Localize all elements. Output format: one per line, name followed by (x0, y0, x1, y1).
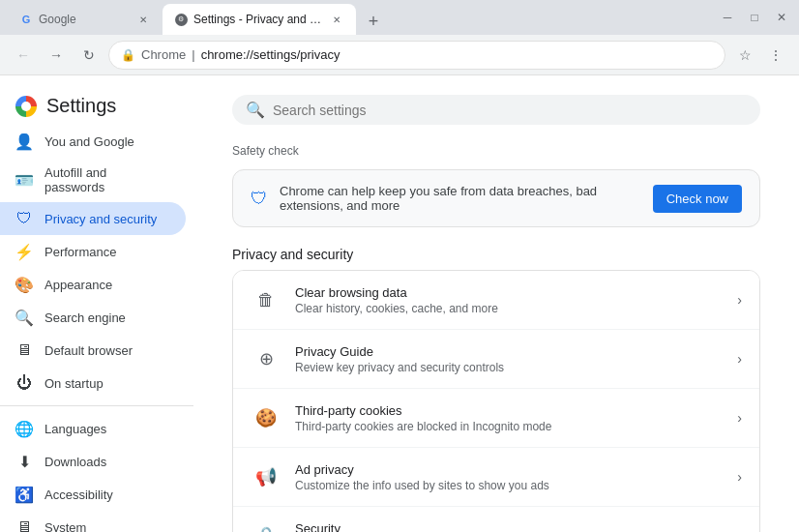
address-separator: | (192, 47, 194, 62)
clear-browsing-desc: Clear history, cookies, cache, and more (295, 302, 724, 315)
window-controls: ─ □ ✕ (718, 8, 791, 27)
new-tab-button[interactable]: + (360, 8, 387, 35)
privacy-guide-arrow: › (737, 351, 742, 367)
toolbar-right: ☆ ⋮ (731, 42, 789, 69)
address-prefix: Chrome (141, 47, 186, 62)
safety-check-icon: 🛡 (251, 189, 268, 209)
cookies-arrow: › (737, 410, 742, 426)
performance-icon: ⚡ (15, 243, 33, 260)
settings-item-clear-browsing[interactable]: 🗑 Clear browsing data Clear history, coo… (233, 271, 759, 330)
settings-title: Settings (46, 95, 116, 117)
chrome-logo (15, 96, 37, 117)
sidebar-label-on-startup: On startup (44, 376, 104, 391)
clear-browsing-text: Clear browsing data Clear history, cooki… (295, 285, 724, 315)
main-layout: Settings 👤 You and Google 🪪 Autofill and… (0, 75, 799, 532)
security-arrow: › (737, 528, 742, 532)
sidebar-item-default-browser[interactable]: 🖥 Default browser (0, 334, 186, 367)
address-text: chrome://settings/privacy (201, 47, 713, 62)
sidebar-label-performance: Performance (44, 245, 116, 259)
autofill-icon: 🪪 (15, 171, 33, 189)
ad-privacy-text: Ad privacy Customize the info used by si… (295, 462, 724, 492)
ad-privacy-title: Ad privacy (295, 462, 724, 477)
sidebar-label-privacy: Privacy and security (44, 212, 157, 226)
settings-tab-title: Settings - Privacy and security (193, 13, 323, 26)
cookies-desc: Third-party cookies are blocked in Incog… (295, 420, 724, 433)
settings-tab[interactable]: ⚙ Settings - Privacy and security ✕ (163, 4, 356, 35)
address-bar[interactable]: 🔒 Chrome | chrome://settings/privacy (108, 41, 725, 70)
google-tab-close[interactable]: ✕ (135, 12, 151, 27)
sidebar-label-appearance: Appearance (44, 278, 112, 292)
google-tab-title: Google (39, 13, 130, 26)
sidebar-item-privacy[interactable]: 🛡 Privacy and security (0, 202, 186, 235)
address-lock-icon: 🔒 (121, 48, 135, 62)
sidebar-item-downloads[interactable]: ⬇ Downloads (0, 445, 186, 478)
privacy-settings-list: 🗑 Clear browsing data Clear history, coo… (232, 270, 760, 532)
sidebar-label-search-engine: Search engine (44, 310, 126, 325)
downloads-icon: ⬇ (15, 453, 33, 470)
security-title: Security (295, 521, 724, 533)
forward-button[interactable]: → (43, 42, 70, 69)
search-input[interactable] (273, 103, 747, 118)
on-startup-icon: ⏻ (15, 374, 33, 392)
sidebar-item-accessibility[interactable]: ♿ Accessibility (0, 478, 186, 511)
minimize-button[interactable]: ─ (718, 8, 737, 27)
security-text: Security Safe Browsing (protection from … (295, 521, 724, 533)
search-engine-icon: 🔍 (15, 309, 33, 326)
browser-menu-button[interactable]: ⋮ (762, 42, 789, 69)
accessibility-icon: ♿ (15, 486, 33, 503)
system-icon: 🖥 (15, 518, 33, 532)
safety-check-card: 🛡 Chrome can help keep you safe from dat… (232, 169, 760, 227)
appearance-icon: 🎨 (15, 276, 33, 293)
clear-browsing-title: Clear browsing data (295, 285, 724, 300)
sidebar-item-performance[interactable]: ⚡ Performance (0, 235, 186, 268)
sidebar-item-search-engine[interactable]: 🔍 Search engine (0, 301, 186, 334)
sidebar-item-autofill[interactable]: 🪪 Autofill and passwords (0, 158, 186, 202)
privacy-guide-text: Privacy Guide Review key privacy and sec… (295, 344, 724, 374)
sidebar-item-on-startup[interactable]: ⏻ On startup (0, 367, 186, 399)
content-area: 🔍 Safety check 🛡 Chrome can help keep yo… (193, 75, 799, 532)
privacy-icon: 🛡 (15, 210, 33, 227)
sidebar-header: Settings (0, 83, 193, 125)
settings-tab-close[interactable]: ✕ (329, 12, 344, 27)
bookmark-button[interactable]: ☆ (731, 42, 758, 69)
safety-check-description: Chrome can help keep you safe from data … (280, 184, 641, 213)
default-browser-icon: 🖥 (15, 341, 33, 359)
google-tab[interactable]: G Google ✕ (8, 4, 163, 35)
google-favicon: G (19, 13, 33, 26)
you-and-google-icon: 👤 (15, 133, 33, 150)
sidebar-item-you-and-google[interactable]: 👤 You and Google (0, 125, 186, 158)
cookies-icon: 🍪 (251, 402, 281, 433)
sidebar-label-downloads: Downloads (44, 455, 106, 469)
toolbar: ← → ↻ 🔒 Chrome | chrome://settings/priva… (0, 35, 799, 75)
back-button[interactable]: ← (10, 42, 37, 69)
close-window-button[interactable]: ✕ (772, 8, 791, 27)
settings-item-third-party-cookies[interactable]: 🍪 Third-party cookies Third-party cookie… (233, 389, 759, 448)
sidebar-label-languages: Languages (44, 422, 106, 436)
sidebar-label-system: System (44, 520, 86, 533)
settings-item-security[interactable]: 🔒 Security Safe Browsing (protection fro… (233, 507, 759, 532)
tab-group: G Google ✕ ⚙ Settings - Privacy and secu… (8, 0, 718, 35)
cookies-text: Third-party cookies Third-party cookies … (295, 403, 724, 433)
settings-item-ad-privacy[interactable]: 📢 Ad privacy Customize the info used by … (233, 448, 759, 507)
sidebar-label-you-and-google: You and Google (44, 134, 134, 149)
privacy-guide-desc: Review key privacy and security controls (295, 361, 724, 374)
security-icon: 🔒 (251, 520, 281, 532)
sidebar-label-default-browser: Default browser (44, 343, 133, 358)
check-now-button[interactable]: Check now (653, 185, 742, 213)
sidebar-label-autofill: Autofill and passwords (44, 165, 170, 194)
maximize-button[interactable]: □ (745, 8, 764, 27)
clear-browsing-icon: 🗑 (251, 284, 281, 315)
sidebar: Settings 👤 You and Google 🪪 Autofill and… (0, 75, 193, 532)
settings-tab-favicon: ⚙ (174, 13, 188, 26)
sidebar-item-system[interactable]: 🖥 System (0, 511, 186, 532)
cookies-title: Third-party cookies (295, 403, 724, 418)
sidebar-item-appearance[interactable]: 🎨 Appearance (0, 268, 186, 301)
privacy-section-heading: Privacy and security (232, 247, 760, 262)
sidebar-item-languages[interactable]: 🌐 Languages (0, 412, 186, 445)
sidebar-label-accessibility: Accessibility (44, 488, 113, 502)
languages-icon: 🌐 (15, 420, 33, 437)
search-bar-container[interactable]: 🔍 (232, 95, 760, 125)
settings-item-privacy-guide[interactable]: ⊕ Privacy Guide Review key privacy and s… (233, 330, 759, 389)
search-icon: 🔍 (246, 101, 265, 119)
refresh-button[interactable]: ↻ (75, 42, 103, 69)
